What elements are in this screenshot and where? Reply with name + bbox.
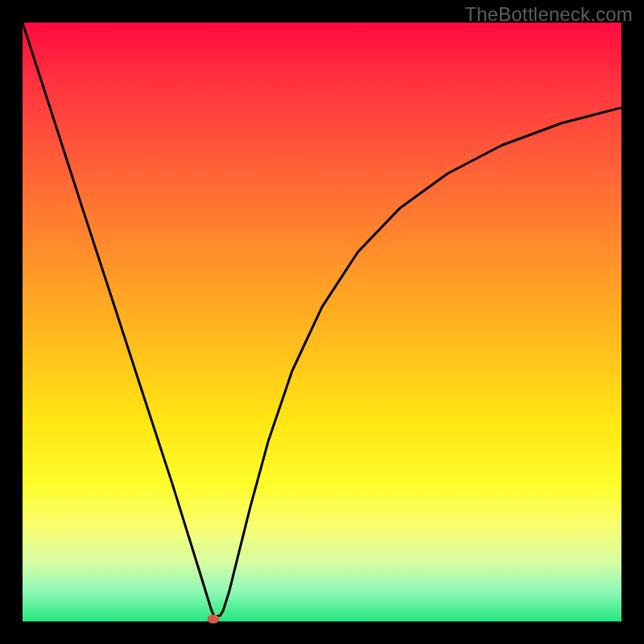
curve-svg: [23, 23, 621, 621]
chart-frame: TheBottleneck.com: [0, 0, 644, 644]
curve-path: [23, 23, 621, 617]
minimum-marker: [207, 615, 219, 624]
watermark-text: TheBottleneck.com: [464, 3, 633, 26]
plot-area: [23, 23, 621, 621]
